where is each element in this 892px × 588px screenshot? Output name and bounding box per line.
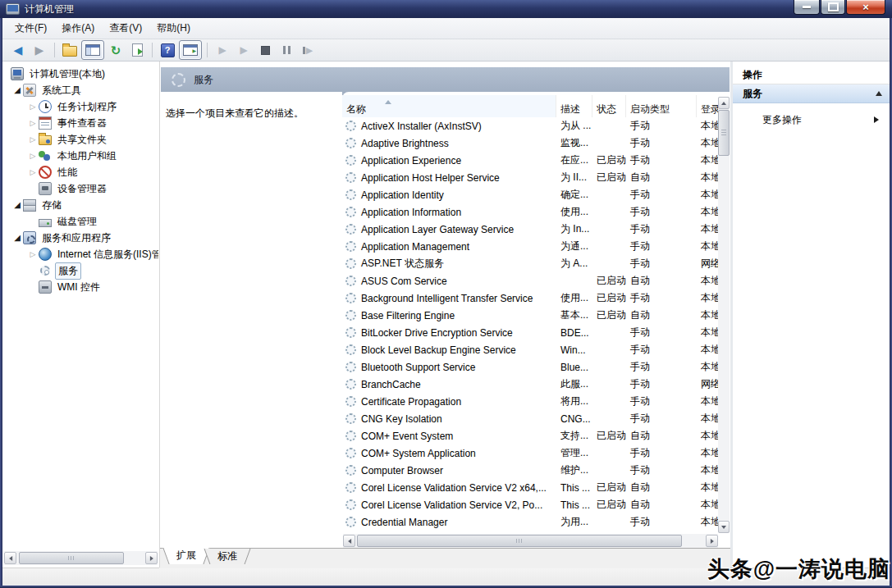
more-actions-item[interactable]: 更多操作 (733, 112, 890, 128)
stop-service-button[interactable] (255, 41, 275, 59)
computer-icon (11, 67, 24, 80)
tree-item-iis-manager[interactable]: ▷Internet 信息服务(IIS)管 (2, 246, 158, 262)
expand-icon[interactable]: ▷ (27, 164, 39, 180)
tree-item-services-and-applications[interactable]: ◢服务和应用程序 (2, 230, 158, 246)
tab-extended[interactable]: 扩展 (171, 548, 202, 564)
back-button[interactable]: ◀ (8, 41, 28, 59)
column-header-logon-as[interactable]: 登录 (697, 95, 718, 117)
tree-item-disk-management[interactable]: 磁盘管理 (2, 213, 158, 230)
menu-action[interactable]: 操作(A) (54, 18, 102, 39)
service-row[interactable]: Bluetooth Support ServiceBlue...手动本地 (342, 358, 718, 376)
show-hide-console-tree-button[interactable] (81, 40, 104, 60)
start-service-button[interactable]: ▶ (213, 41, 232, 59)
tree-item-local-users-and-groups[interactable]: ▷本地用户和组 (2, 148, 158, 164)
service-row[interactable]: Application Information使用...手动本地 (342, 203, 718, 221)
list-vscrollbar-thumb[interactable] (718, 110, 730, 156)
scroll-left-button[interactable] (4, 552, 16, 564)
resume-service-button[interactable]: ▶ (234, 41, 254, 59)
service-row[interactable]: COM+ Event System支持...已启动自动本地 (342, 427, 718, 444)
tree-item-device-manager[interactable]: 设备管理器 (2, 180, 158, 197)
console-tree: 计算机管理(本地)◢系统工具▷任务计划程序▷事件查看器▷共享文件夹▷本地用户和组… (2, 66, 158, 549)
tree-scrollbar-thumb[interactable] (19, 552, 124, 564)
pause-service-button[interactable] (277, 41, 296, 59)
expand-icon[interactable]: ▷ (27, 115, 39, 131)
column-header-status[interactable]: 状态 (592, 95, 626, 117)
list-vertical-scrollbar[interactable] (718, 97, 730, 533)
tree-item-storage[interactable]: ◢存储 (2, 197, 158, 213)
service-row[interactable]: Application Identity确定...手动本地 (342, 186, 718, 203)
service-row[interactable]: Corel License Validation Service V2, Po.… (342, 496, 718, 513)
service-row[interactable]: Credential Manager为用...手动本地 (342, 513, 718, 531)
expand-icon[interactable]: ▷ (27, 98, 39, 115)
tab-standard[interactable]: 标准 (212, 549, 243, 564)
tree-item-services[interactable]: 服务 (2, 262, 158, 279)
help-button[interactable]: ? (158, 41, 177, 59)
title-bar[interactable]: 计算机管理 × (0, 0, 892, 18)
column-header-description[interactable]: 描述 (556, 95, 592, 117)
service-row[interactable]: Application Experience在应...已启动手动本地 (342, 152, 718, 169)
service-row[interactable]: BranchCache此服...手动网络 (342, 376, 718, 393)
tree-item-performance[interactable]: ▷性能 (2, 164, 158, 180)
expand-icon[interactable]: ▷ (27, 148, 39, 164)
refresh-button[interactable]: ↻ (106, 41, 126, 59)
service-gear-icon (345, 448, 356, 458)
service-row[interactable]: Computer Browser维护...手动本地 (342, 462, 718, 479)
scroll-right-button[interactable] (706, 535, 718, 547)
service-row[interactable]: Certificate Propagation将用...手动本地 (342, 393, 718, 410)
scroll-down-button[interactable] (718, 521, 730, 533)
close-button[interactable]: × (846, 0, 885, 15)
list-horizontal-scrollbar[interactable] (343, 534, 718, 548)
service-name: Application Identity (361, 189, 444, 201)
expand-icon[interactable]: ▷ (27, 246, 39, 262)
column-header-name[interactable]: 名称 (342, 95, 556, 117)
service-row[interactable]: Adaptive Brightness监视...手动本地 (342, 134, 718, 152)
tree-item-computer-management-local[interactable]: 计算机管理(本地) (2, 66, 158, 82)
service-row[interactable]: ActiveX Installer (AxInstSV)为从 ...手动本地 (342, 117, 718, 134)
service-row[interactable]: Application Host Helper Service为 II...已启… (342, 169, 718, 186)
service-gear-icon (345, 224, 356, 235)
tree-item-task-scheduler[interactable]: ▷任务计划程序 (2, 98, 158, 115)
scroll-up-button[interactable] (718, 97, 730, 109)
devmgr-icon (39, 182, 52, 195)
service-row[interactable]: COM+ System Application管理...手动本地 (342, 444, 718, 462)
show-hide-action-pane-button[interactable] (179, 40, 202, 60)
collapse-section-icon[interactable] (876, 88, 882, 96)
expand-icon[interactable]: ▷ (27, 131, 39, 148)
action-section-services[interactable]: 服务 (733, 84, 890, 103)
service-name-cell: BitLocker Drive Encryption Service (342, 327, 556, 339)
service-gear-icon (345, 396, 356, 407)
service-row[interactable]: ASUS Com Service已启动自动本地 (342, 272, 718, 289)
scroll-right-button[interactable] (145, 552, 158, 564)
service-row[interactable]: Block Level Backup Engine ServiceWin...手… (342, 341, 718, 358)
export-list-button[interactable] (127, 41, 147, 59)
tree-item-shared-folders[interactable]: ▷共享文件夹 (2, 131, 158, 148)
tree-item-wmi-control[interactable]: WMI 控件 (2, 279, 158, 295)
forward-button[interactable]: ▶ (30, 41, 49, 59)
collapse-icon[interactable]: ◢ (11, 82, 23, 98)
service-row[interactable]: Background Intelligent Transfer Service使… (342, 289, 718, 307)
menu-file[interactable]: 文件(F) (7, 18, 54, 39)
scroll-left-button[interactable] (343, 535, 355, 547)
service-row[interactable]: BitLocker Drive Encryption ServiceBDE...… (342, 324, 718, 341)
navigate-up-folder-button[interactable] (60, 41, 80, 59)
collapse-icon[interactable]: ◢ (11, 230, 23, 246)
service-row[interactable]: Base Filtering Engine基本...已启动自动本地 (342, 307, 718, 324)
service-row[interactable]: Application Management为通...手动本地 (342, 238, 718, 255)
menu-view[interactable]: 查看(V) (102, 18, 149, 39)
tree-horizontal-scrollbar[interactable] (4, 551, 158, 565)
service-row[interactable]: Corel License Validation Service V2 x64,… (342, 479, 718, 496)
restart-service-button[interactable]: ▶ (298, 41, 318, 59)
service-row[interactable]: CNG Key IsolationCNG...手动本地 (342, 410, 718, 427)
maximize-button[interactable] (821, 0, 845, 15)
column-header-startup-type[interactable]: 启动类型 (626, 95, 697, 117)
menu-help[interactable]: 帮助(H) (149, 18, 198, 39)
tree-item-system-tools[interactable]: ◢系统工具 (2, 82, 158, 98)
service-row[interactable]: ASP.NET 状态服务为 A...手动网络 (342, 255, 718, 272)
service-row[interactable]: Application Layer Gateway Service为 In...… (342, 221, 718, 238)
service-name: CNG Key Isolation (361, 413, 442, 425)
list-hscrollbar-thumb[interactable] (357, 535, 682, 547)
refresh-icon: ↻ (111, 44, 121, 57)
minimize-button[interactable] (794, 0, 820, 15)
tree-item-event-viewer[interactable]: ▷事件查看器 (2, 115, 158, 131)
collapse-icon[interactable]: ◢ (11, 197, 23, 213)
